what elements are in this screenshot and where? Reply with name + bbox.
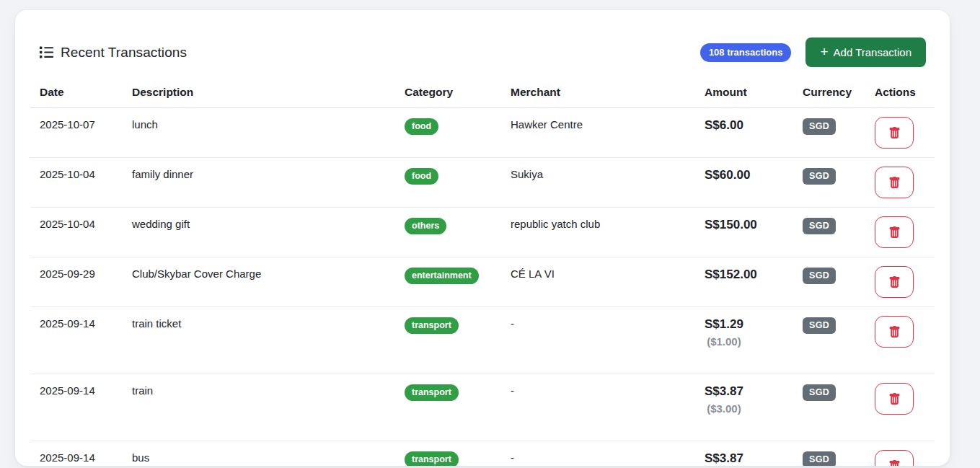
amount-stack: S$3.87 ($3.00) xyxy=(705,450,743,466)
delete-button[interactable] xyxy=(875,117,914,149)
trash-icon xyxy=(888,127,901,139)
column-header-description: Description xyxy=(123,80,395,108)
table-row: 2025-10-04 wedding gift others republic … xyxy=(30,208,935,257)
page-title: Recent Transactions xyxy=(61,45,187,61)
description-text: family dinner xyxy=(132,168,193,180)
category-cell: transport xyxy=(395,441,501,467)
merchant-text: - xyxy=(511,384,514,397)
description-text: bus xyxy=(132,451,149,464)
amount-primary: S$60.00 xyxy=(705,167,750,185)
category-badge: others xyxy=(405,218,446,234)
date-text: 2025-09-14 xyxy=(40,317,95,330)
header-actions: 108 transactions + Add Transaction xyxy=(700,37,926,67)
merchant-cell: - xyxy=(501,307,695,374)
category-badge: transport xyxy=(405,451,459,466)
trash-icon xyxy=(888,326,901,338)
merchant-text: republic yatch club xyxy=(511,218,600,230)
delete-button[interactable] xyxy=(875,383,914,415)
description-text: wedding gift xyxy=(132,218,190,230)
currency-badge: SGD xyxy=(803,218,836,234)
currency-badge: SGD xyxy=(803,317,836,334)
date-text: 2025-10-04 xyxy=(40,218,95,230)
transactions-table: Date Description Category Merchant Amoun… xyxy=(30,80,935,466)
description-cell: family dinner xyxy=(123,158,395,208)
actions-cell xyxy=(865,108,935,158)
amount-stack: S$60.00 xyxy=(705,167,750,185)
merchant-text: - xyxy=(511,317,514,330)
amount-primary: S$6.00 xyxy=(705,117,743,135)
table-row: 2025-09-14 train transport - S$3.87 ($3.… xyxy=(30,374,935,441)
date-text: 2025-10-04 xyxy=(40,168,95,180)
description-cell: lunch xyxy=(123,108,395,158)
merchant-text: CÉ LA VI xyxy=(511,268,555,280)
category-badge: entertainment xyxy=(405,268,479,284)
column-header-category: Category xyxy=(395,80,501,108)
actions-cell xyxy=(865,374,935,441)
category-cell: transport xyxy=(395,307,501,374)
delete-button[interactable] xyxy=(875,316,914,348)
amount-primary: S$3.87 xyxy=(705,383,743,401)
category-badge: transport xyxy=(405,384,459,401)
column-header-date: Date xyxy=(30,80,123,108)
actions-cell xyxy=(865,441,935,467)
amount-stack: S$6.00 xyxy=(705,117,743,135)
trash-icon xyxy=(888,276,901,288)
amount-primary: S$152.00 xyxy=(705,266,757,284)
merchant-cell: CÉ LA VI xyxy=(501,257,695,307)
currency-cell: SGD xyxy=(793,158,865,208)
transactions-count-badge: 108 transactions xyxy=(700,43,792,62)
currency-badge: SGD xyxy=(803,451,836,466)
list-icon xyxy=(39,45,54,60)
currency-cell: SGD xyxy=(793,108,865,158)
amount-stack: S$150.00 xyxy=(705,216,757,234)
table-header-row: Date Description Category Merchant Amoun… xyxy=(30,80,935,108)
trash-icon xyxy=(888,226,901,239)
amount-stack: S$3.87 ($3.00) xyxy=(705,383,743,417)
currency-badge: SGD xyxy=(803,118,836,135)
description-cell: wedding gift xyxy=(123,208,395,257)
recent-transactions-card: Recent Transactions 108 transactions + A… xyxy=(15,10,950,466)
amount-cell: S$1.29 ($1.00) xyxy=(695,307,793,374)
description-text: train ticket xyxy=(132,317,181,330)
category-cell: food xyxy=(395,108,501,158)
currency-cell: SGD xyxy=(793,257,865,307)
delete-button[interactable] xyxy=(875,266,914,298)
date-text: 2025-10-07 xyxy=(40,118,95,131)
card-header: Recent Transactions 108 transactions + A… xyxy=(39,37,926,67)
currency-cell: SGD xyxy=(793,307,865,374)
column-header-amount: Amount xyxy=(695,80,793,108)
category-cell: entertainment xyxy=(395,257,501,307)
category-badge: food xyxy=(405,168,438,185)
column-header-merchant: Merchant xyxy=(501,80,695,108)
table-row: 2025-09-14 train ticket transport - S$1.… xyxy=(30,307,935,374)
title-wrap: Recent Transactions xyxy=(39,45,187,61)
add-transaction-button[interactable]: + Add Transaction xyxy=(805,37,926,67)
amount-cell: S$60.00 xyxy=(695,158,793,208)
amount-cell: S$3.87 ($3.00) xyxy=(695,374,793,441)
column-header-currency: Currency xyxy=(793,80,865,108)
category-cell: food xyxy=(395,158,501,208)
column-header-actions: Actions xyxy=(865,80,935,108)
category-cell: others xyxy=(395,208,501,257)
delete-button[interactable] xyxy=(875,450,914,466)
merchant-cell: Sukiya xyxy=(501,158,695,208)
description-cell: train xyxy=(123,374,395,441)
merchant-text: - xyxy=(511,451,514,464)
category-badge: transport xyxy=(405,317,459,334)
category-badge: food xyxy=(405,118,438,135)
merchant-text: Hawker Centre xyxy=(511,118,583,131)
table-row: 2025-09-29 Club/Skybar Cover Charge ente… xyxy=(30,257,935,307)
description-text: Club/Skybar Cover Charge xyxy=(132,268,261,280)
delete-button[interactable] xyxy=(875,167,914,198)
merchant-text: Sukiya xyxy=(511,168,543,180)
date-cell: 2025-10-04 xyxy=(30,208,123,257)
amount-stack: S$152.00 xyxy=(705,266,757,284)
amount-secondary: ($3.00) xyxy=(705,401,743,418)
actions-cell xyxy=(865,208,935,257)
delete-button[interactable] xyxy=(875,216,914,248)
actions-cell xyxy=(865,158,935,208)
add-transaction-label: Add Transaction xyxy=(834,46,911,58)
date-cell: 2025-10-04 xyxy=(30,158,123,208)
currency-cell: SGD xyxy=(793,441,865,467)
amount-secondary: ($1.00) xyxy=(705,334,743,350)
